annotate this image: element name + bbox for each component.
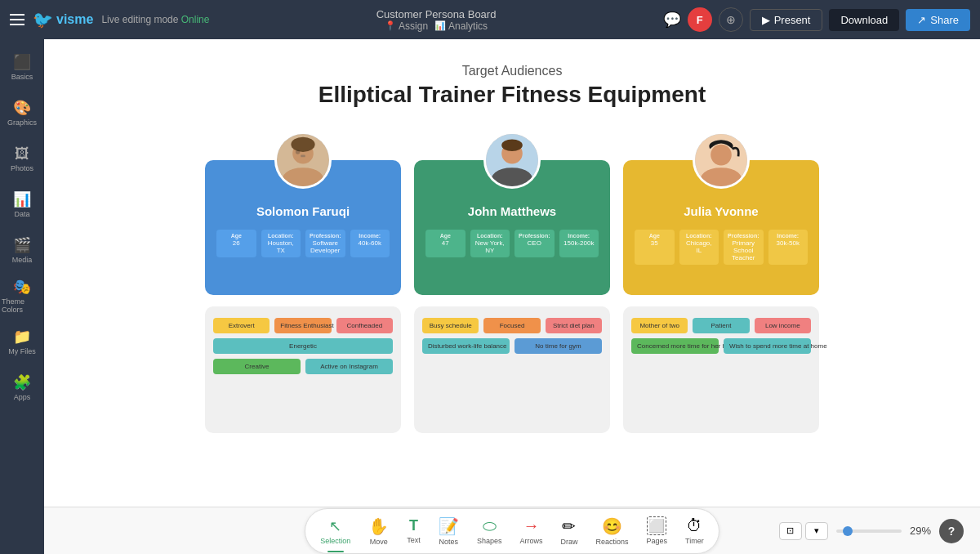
arrows-icon: → — [523, 516, 539, 535]
persona-stats-julia: Age 35 Location: Chicago, IL Profession:… — [635, 230, 808, 265]
notes-row-2: Concerned more time for her health Wish … — [631, 338, 811, 354]
user-avatar[interactable]: F — [688, 7, 712, 32]
stat-profession-solomon: Profession: Software Developer — [305, 230, 345, 257]
persona-stats-john: Age 47 Location: New York, NY Profession… — [425, 230, 599, 257]
theme-colors-icon: 🎭 — [13, 278, 31, 296]
tool-timer[interactable]: ⏱ Timer — [679, 513, 710, 548]
stat-age-john: Age 47 — [425, 230, 466, 257]
menu-button[interactable] — [10, 14, 24, 25]
note-tag: Confheaded — [336, 318, 393, 333]
sidebar-item-my-files[interactable]: 📁 My Files — [2, 320, 42, 363]
collaborators-icon[interactable]: ⊕ — [719, 7, 743, 32]
view-toggle: ⊡ ▾ — [779, 522, 828, 540]
text-icon: T — [409, 517, 418, 534]
stat-income-julia: Income: 30k-50k — [768, 230, 808, 265]
persona-card-solomon[interactable]: Solomon Faruqi Age 26 Location: Houston,… — [205, 160, 401, 295]
note-tag: Busy schedule — [422, 318, 479, 333]
note-tag: Active on Instagram — [305, 359, 393, 374]
tool-draw[interactable]: ✏ Draw — [554, 513, 584, 549]
tool-selection[interactable]: ↖ Selection — [314, 514, 357, 548]
persona-avatar-solomon — [274, 132, 332, 189]
zoom-thumb[interactable] — [843, 526, 853, 536]
visme-bird-icon: 🐦 — [33, 10, 53, 29]
apps-icon: 🧩 — [13, 373, 31, 391]
sidebar-item-basics[interactable]: ⬛ Basics — [2, 46, 42, 88]
play-icon: ▶ — [762, 14, 770, 26]
stat-location-john: Location: New York, NY — [470, 230, 510, 257]
notes-row-1: Busy schedule Focused Strict diet plan — [422, 318, 602, 333]
present-button[interactable]: ▶ Present — [750, 9, 823, 31]
note-tag: Creative — [213, 359, 301, 374]
svg-point-9 — [710, 145, 732, 166]
notes-row-2: Disturbed work-life balance No time for … — [422, 338, 602, 354]
sidebar-item-apps[interactable]: 🧩 Apps — [2, 366, 42, 409]
notes-card-john[interactable]: Busy schedule Focused Strict diet plan D… — [414, 306, 610, 433]
canvas-subtitle: Target Audiences — [462, 64, 563, 78]
photos-icon: 🖼 — [15, 145, 29, 163]
tool-notes[interactable]: 📝 Notes — [432, 513, 466, 549]
notes-cards-row: Extrovert Fitness Enthusiast Confheaded … — [77, 306, 947, 433]
data-icon: 📊 — [13, 190, 31, 208]
sidebar-item-data[interactable]: 📊 Data — [2, 183, 42, 226]
notes-card-julia[interactable]: Mother of two Patient Low income Concern… — [623, 306, 819, 433]
reactions-icon: 😊 — [602, 516, 622, 536]
visme-name: visme — [56, 12, 93, 27]
persona-name-john: John Matthews — [468, 204, 556, 218]
note-tag: Strict diet plan — [546, 318, 602, 333]
online-badge: Online — [181, 14, 210, 25]
note-tag: Mother of two — [631, 318, 688, 333]
shapes-icon: ⬭ — [483, 516, 497, 535]
persona-name-julia: Julia Yvonne — [684, 204, 758, 218]
tool-shapes[interactable]: ⬭ Shapes — [470, 513, 509, 548]
persona-cards-row: Solomon Faruqi Age 26 Location: Houston,… — [77, 160, 947, 295]
notes-icon: 📝 — [439, 516, 459, 536]
bottom-toolbar: ↖ Selection ✋ Move T Text 📝 Notes ⬭ S — [44, 507, 980, 554]
svg-point-2 — [291, 137, 314, 152]
persona-stats-solomon: Age 26 Location: Houston, TX Profession:… — [216, 230, 390, 257]
svg-rect-4 — [301, 155, 305, 158]
svg-point-7 — [501, 139, 523, 151]
share-button[interactable]: ↗ Share — [906, 9, 970, 31]
stat-location-julia: Location: Chicago, IL — [679, 230, 719, 265]
zoom-slider-area — [836, 529, 902, 533]
tool-text[interactable]: T Text — [400, 514, 427, 547]
stat-income-john: Income: 150k-200k — [559, 230, 599, 257]
tool-move[interactable]: ✋ Move — [362, 513, 395, 549]
canvas-content: Target Audiences Elliptical Trainer Fitn… — [44, 39, 980, 507]
tool-arrows[interactable]: → Arrows — [513, 513, 549, 548]
view-fit-button[interactable]: ⊡ — [779, 522, 802, 540]
comment-icon[interactable]: 💬 — [663, 11, 681, 29]
persona-card-julia[interactable]: Julia Yvonne Age 35 Location: Chicago, I… — [623, 160, 819, 295]
basics-icon: ⬛ — [13, 53, 31, 71]
timer-icon: ⏱ — [686, 516, 702, 535]
canvas-area: Target Audiences Elliptical Trainer Fitn… — [44, 39, 980, 554]
zoom-slider[interactable] — [836, 529, 902, 533]
notes-card-solomon[interactable]: Extrovert Fitness Enthusiast Confheaded … — [205, 306, 401, 433]
sidebar-item-media[interactable]: 🎬 Media — [2, 229, 42, 271]
note-tag: Energetic — [213, 338, 393, 354]
stat-location-solomon: Location: Houston, TX — [261, 230, 301, 257]
selection-icon: ↖ — [329, 517, 341, 535]
canvas-title: Elliptical Trainer Fitness Equipment — [318, 82, 706, 108]
move-icon: ✋ — [368, 516, 389, 536]
view-dropdown-button[interactable]: ▾ — [805, 522, 828, 540]
analytics-action[interactable]: 📊 Analytics — [434, 20, 488, 32]
help-button[interactable]: ? — [939, 519, 964, 543]
persona-card-john[interactable]: John Matthews Age 47 Location: New York,… — [414, 160, 610, 295]
sidebar-item-photos[interactable]: 🖼 Photos — [2, 137, 42, 180]
zoom-percent: 29% — [910, 525, 931, 537]
note-tag: Fitness Enthusiast — [274, 318, 331, 333]
tool-reactions[interactable]: 😊 Reactions — [589, 513, 635, 549]
sidebar-item-graphics[interactable]: 🎨 Graphics — [2, 92, 42, 134]
note-tag: Concerned more time for her health — [631, 338, 719, 354]
assign-action[interactable]: 📍 Assign — [385, 20, 428, 32]
sidebar-item-theme-colors[interactable]: 🎭 Theme Colors — [2, 275, 42, 317]
visme-logo: 🐦 visme — [33, 10, 93, 29]
stat-income-solomon: Income: 40k-60k — [350, 230, 390, 257]
document-title: Customer Persona Board — [376, 8, 497, 20]
sidebar: ⬛ Basics 🎨 Graphics 🖼 Photos 📊 Data 🎬 Me… — [0, 39, 44, 554]
toolbar-tools: ↖ Selection ✋ Move T Text 📝 Notes ⬭ S — [305, 508, 719, 554]
tool-pages[interactable]: ⬜ Pages — [639, 513, 674, 548]
svg-point-3 — [296, 150, 300, 154]
download-button[interactable]: Download — [829, 9, 899, 31]
